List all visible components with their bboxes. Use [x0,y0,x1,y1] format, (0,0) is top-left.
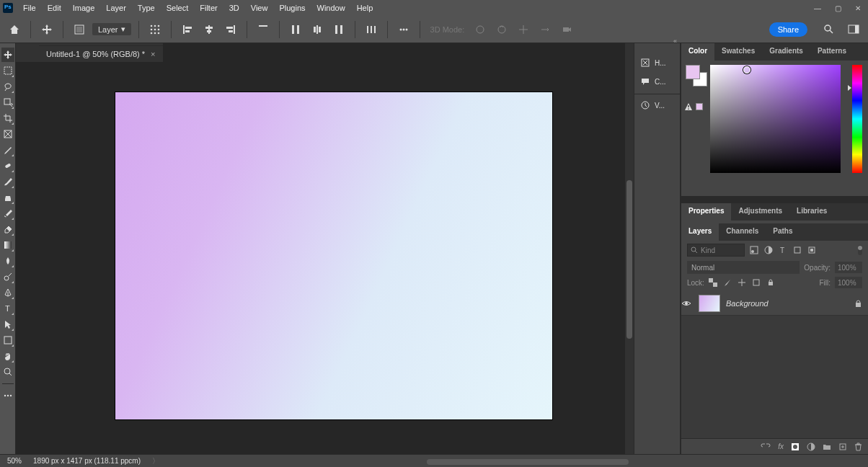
marquee-tool[interactable] [1,63,14,78]
tab-layers[interactable]: Layers [681,223,719,241]
fill-value[interactable]: 100% [835,277,862,288]
tab-properties[interactable]: Properties [681,203,731,221]
lock-all-icon[interactable] [766,278,776,287]
lock-position-icon[interactable] [738,278,748,287]
visibility-toggle[interactable] [681,300,699,307]
menu-image[interactable]: Image [67,1,101,14]
filter-shape-icon[interactable] [792,245,802,255]
tab-paths[interactable]: Paths [766,223,800,241]
menu-filter[interactable]: Filter [194,1,223,14]
home-button[interactable] [6,21,23,38]
filter-type-icon[interactable]: T [778,245,788,255]
eraser-tool[interactable] [1,222,14,236]
auto-select-icon[interactable] [71,21,88,38]
dodge-tool[interactable] [1,270,14,284]
panel-divider[interactable] [681,196,868,203]
more-options-icon[interactable] [395,21,412,38]
pen-tool[interactable] [1,285,14,300]
hue-slider[interactable] [852,65,862,173]
layer-thumbnail[interactable] [699,295,720,312]
transform-controls-icon[interactable] [146,21,164,38]
lock-pixels-icon[interactable] [723,278,733,287]
layer-filter-kind[interactable]: Kind [687,244,745,257]
menu-type[interactable]: Type [132,1,161,14]
tab-color[interactable]: Color [681,43,714,61]
layer-name[interactable]: Background [726,299,854,308]
distribute-spacing-icon[interactable] [363,21,380,38]
type-tool[interactable]: T [1,301,14,316]
gamut-swatch[interactable] [696,103,703,110]
workspace-icon[interactable] [845,21,862,38]
new-layer-icon[interactable] [838,442,847,451]
menu-layer[interactable]: Layer [100,1,132,14]
filter-smart-icon[interactable] [807,245,817,255]
menu-help[interactable]: Help [351,1,379,14]
healing-tool[interactable] [1,159,14,173]
mask-icon[interactable] [791,442,800,451]
gradient-tool[interactable] [1,238,14,252]
group-icon[interactable] [823,443,831,450]
hue-slider-pointer[interactable] [848,85,851,91]
distribute-top-icon[interactable] [287,21,304,38]
version-panel-button[interactable]: V... [634,96,680,115]
zoom-tool[interactable] [1,365,14,379]
menu-select[interactable]: Select [161,1,195,14]
align-left-icon[interactable] [179,21,196,38]
tab-libraries[interactable]: Libraries [789,203,834,221]
chevron-right-icon[interactable]: 〉 [152,456,159,466]
blend-mode-dropdown[interactable]: Normal [687,261,800,274]
auto-select-target-dropdown[interactable]: Layer ▾ [92,23,131,35]
fg-bg-swatches[interactable] [686,65,706,98]
align-right-icon[interactable] [222,21,239,38]
menu-edit[interactable]: Edit [42,1,67,14]
close-tab-icon[interactable]: × [151,50,155,58]
shape-tool[interactable] [1,333,14,347]
maximize-button[interactable]: ▢ [828,0,848,16]
frame-tool[interactable] [1,127,14,141]
close-button[interactable]: ✕ [848,0,868,16]
history-panel-button[interactable]: H... [634,53,680,72]
link-layers-icon[interactable] [761,442,771,451]
blur-tool[interactable] [1,254,14,268]
tab-gradients[interactable]: Gradients [762,43,810,61]
color-field[interactable] [710,65,841,173]
align-hcenter-icon[interactable] [200,21,218,38]
vertical-scrollbar[interactable] [625,43,634,454]
menu-view[interactable]: View [245,1,274,14]
gamut-warning[interactable] [684,102,703,111]
lock-artboard-icon[interactable] [752,278,762,287]
tab-adjustments[interactable]: Adjustments [731,203,789,221]
menu-window[interactable]: Window [311,1,351,14]
canvas-area[interactable] [16,43,634,454]
color-picker-cursor[interactable] [743,66,750,74]
foreground-swatch[interactable] [686,65,700,79]
distribute-vcenter-icon[interactable] [309,21,326,38]
filter-toggle[interactable] [858,245,862,255]
tab-channels[interactable]: Channels [719,223,766,241]
minimize-button[interactable]: — [807,0,828,16]
distribute-bottom-icon[interactable] [330,21,347,38]
edit-toolbar-icon[interactable] [1,388,14,403]
selection-tool[interactable] [1,95,14,110]
fx-icon[interactable]: fx [778,442,784,450]
comments-panel-button[interactable]: C... [634,72,680,91]
crop-tool[interactable] [1,111,14,125]
scrollbar-thumb[interactable] [427,459,629,465]
document-canvas[interactable] [115,92,552,419]
zoom-level[interactable]: 50% [7,457,22,465]
hand-tool[interactable] [1,349,14,363]
adjust-layer-icon[interactable] [807,442,815,451]
menu-3d[interactable]: 3D [223,1,245,14]
document-tab[interactable]: Untitled-1 @ 50% (RGB/8) * × [39,45,163,62]
filter-adjust-icon[interactable] [763,245,774,255]
document-info[interactable]: 1890 px x 1417 px (118.11 ppcm) [33,457,141,465]
eyedropper-tool[interactable] [1,143,14,157]
layer-lock-icon[interactable] [854,299,862,308]
move-tool-icon[interactable] [38,21,56,38]
share-button[interactable]: Share [769,22,807,37]
move-tool[interactable] [1,48,14,62]
path-selection-tool[interactable] [1,317,14,332]
lasso-tool[interactable] [1,79,14,94]
collapse-icon[interactable]: « [673,37,677,45]
brush-tool[interactable] [1,174,14,189]
